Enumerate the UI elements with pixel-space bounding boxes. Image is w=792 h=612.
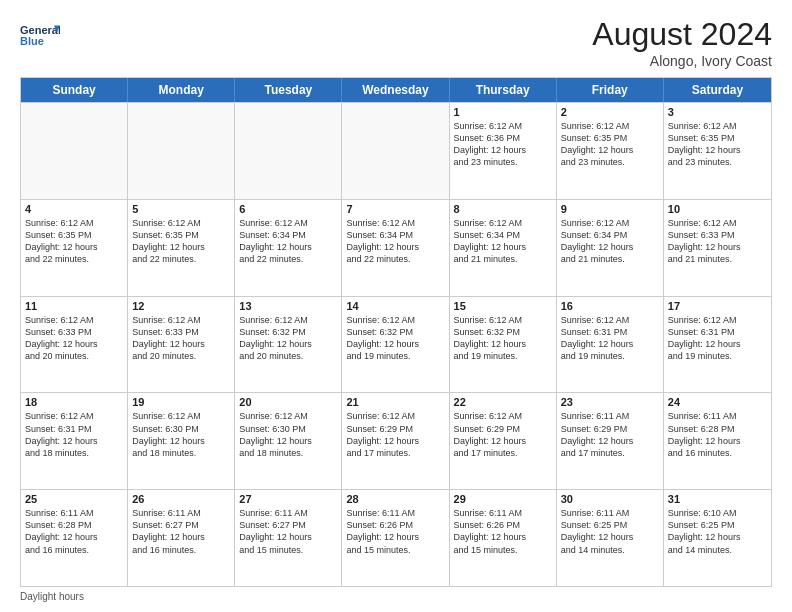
day-number-24: 24: [668, 396, 767, 408]
day-info-25: Sunrise: 6:11 AM Sunset: 6:28 PM Dayligh…: [25, 507, 123, 556]
day-number-14: 14: [346, 300, 444, 312]
month-year: August 2024: [592, 16, 772, 53]
day-info-13: Sunrise: 6:12 AM Sunset: 6:32 PM Dayligh…: [239, 314, 337, 363]
day-number-31: 31: [668, 493, 767, 505]
day-info-22: Sunrise: 6:12 AM Sunset: 6:29 PM Dayligh…: [454, 410, 552, 459]
day-cell-21: 21Sunrise: 6:12 AM Sunset: 6:29 PM Dayli…: [342, 393, 449, 489]
svg-text:General: General: [20, 24, 60, 36]
day-info-24: Sunrise: 6:11 AM Sunset: 6:28 PM Dayligh…: [668, 410, 767, 459]
day-info-5: Sunrise: 6:12 AM Sunset: 6:35 PM Dayligh…: [132, 217, 230, 266]
day-info-6: Sunrise: 6:12 AM Sunset: 6:34 PM Dayligh…: [239, 217, 337, 266]
header-cell-thursday: Thursday: [450, 78, 557, 102]
day-info-16: Sunrise: 6:12 AM Sunset: 6:31 PM Dayligh…: [561, 314, 659, 363]
day-number-23: 23: [561, 396, 659, 408]
day-cell-12: 12Sunrise: 6:12 AM Sunset: 6:33 PM Dayli…: [128, 297, 235, 393]
day-number-18: 18: [25, 396, 123, 408]
day-number-28: 28: [346, 493, 444, 505]
day-number-12: 12: [132, 300, 230, 312]
calendar-row-1: 1Sunrise: 6:12 AM Sunset: 6:36 PM Daylig…: [21, 102, 771, 199]
day-cell-19: 19Sunrise: 6:12 AM Sunset: 6:30 PM Dayli…: [128, 393, 235, 489]
day-info-1: Sunrise: 6:12 AM Sunset: 6:36 PM Dayligh…: [454, 120, 552, 169]
day-info-29: Sunrise: 6:11 AM Sunset: 6:26 PM Dayligh…: [454, 507, 552, 556]
calendar-row-2: 4Sunrise: 6:12 AM Sunset: 6:35 PM Daylig…: [21, 199, 771, 296]
day-number-21: 21: [346, 396, 444, 408]
day-number-3: 3: [668, 106, 767, 118]
day-number-9: 9: [561, 203, 659, 215]
day-cell-3: 3Sunrise: 6:12 AM Sunset: 6:35 PM Daylig…: [664, 103, 771, 199]
day-cell-17: 17Sunrise: 6:12 AM Sunset: 6:31 PM Dayli…: [664, 297, 771, 393]
day-cell-31: 31Sunrise: 6:10 AM Sunset: 6:25 PM Dayli…: [664, 490, 771, 586]
day-info-12: Sunrise: 6:12 AM Sunset: 6:33 PM Dayligh…: [132, 314, 230, 363]
day-cell-empty: [235, 103, 342, 199]
day-cell-2: 2Sunrise: 6:12 AM Sunset: 6:35 PM Daylig…: [557, 103, 664, 199]
day-number-22: 22: [454, 396, 552, 408]
header-cell-tuesday: Tuesday: [235, 78, 342, 102]
day-cell-13: 13Sunrise: 6:12 AM Sunset: 6:32 PM Dayli…: [235, 297, 342, 393]
calendar: SundayMondayTuesdayWednesdayThursdayFrid…: [20, 77, 772, 587]
day-cell-30: 30Sunrise: 6:11 AM Sunset: 6:25 PM Dayli…: [557, 490, 664, 586]
day-info-7: Sunrise: 6:12 AM Sunset: 6:34 PM Dayligh…: [346, 217, 444, 266]
calendar-row-3: 11Sunrise: 6:12 AM Sunset: 6:33 PM Dayli…: [21, 296, 771, 393]
day-info-4: Sunrise: 6:12 AM Sunset: 6:35 PM Dayligh…: [25, 217, 123, 266]
day-cell-empty: [342, 103, 449, 199]
day-cell-25: 25Sunrise: 6:11 AM Sunset: 6:28 PM Dayli…: [21, 490, 128, 586]
day-info-17: Sunrise: 6:12 AM Sunset: 6:31 PM Dayligh…: [668, 314, 767, 363]
calendar-row-4: 18Sunrise: 6:12 AM Sunset: 6:31 PM Dayli…: [21, 392, 771, 489]
day-cell-11: 11Sunrise: 6:12 AM Sunset: 6:33 PM Dayli…: [21, 297, 128, 393]
day-cell-4: 4Sunrise: 6:12 AM Sunset: 6:35 PM Daylig…: [21, 200, 128, 296]
day-cell-empty: [128, 103, 235, 199]
day-info-28: Sunrise: 6:11 AM Sunset: 6:26 PM Dayligh…: [346, 507, 444, 556]
day-info-20: Sunrise: 6:12 AM Sunset: 6:30 PM Dayligh…: [239, 410, 337, 459]
day-number-2: 2: [561, 106, 659, 118]
header-cell-sunday: Sunday: [21, 78, 128, 102]
day-info-8: Sunrise: 6:12 AM Sunset: 6:34 PM Dayligh…: [454, 217, 552, 266]
day-info-14: Sunrise: 6:12 AM Sunset: 6:32 PM Dayligh…: [346, 314, 444, 363]
day-number-11: 11: [25, 300, 123, 312]
day-number-5: 5: [132, 203, 230, 215]
day-cell-18: 18Sunrise: 6:12 AM Sunset: 6:31 PM Dayli…: [21, 393, 128, 489]
day-info-26: Sunrise: 6:11 AM Sunset: 6:27 PM Dayligh…: [132, 507, 230, 556]
day-number-26: 26: [132, 493, 230, 505]
day-number-16: 16: [561, 300, 659, 312]
header-cell-friday: Friday: [557, 78, 664, 102]
day-number-10: 10: [668, 203, 767, 215]
footer-note: Daylight hours: [20, 591, 772, 602]
day-cell-10: 10Sunrise: 6:12 AM Sunset: 6:33 PM Dayli…: [664, 200, 771, 296]
day-info-18: Sunrise: 6:12 AM Sunset: 6:31 PM Dayligh…: [25, 410, 123, 459]
day-number-20: 20: [239, 396, 337, 408]
day-cell-20: 20Sunrise: 6:12 AM Sunset: 6:30 PM Dayli…: [235, 393, 342, 489]
header-cell-saturday: Saturday: [664, 78, 771, 102]
day-info-3: Sunrise: 6:12 AM Sunset: 6:35 PM Dayligh…: [668, 120, 767, 169]
day-info-30: Sunrise: 6:11 AM Sunset: 6:25 PM Dayligh…: [561, 507, 659, 556]
day-cell-28: 28Sunrise: 6:11 AM Sunset: 6:26 PM Dayli…: [342, 490, 449, 586]
day-cell-27: 27Sunrise: 6:11 AM Sunset: 6:27 PM Dayli…: [235, 490, 342, 586]
header: GeneralBlue August 2024 Alongo, Ivory Co…: [20, 16, 772, 69]
day-number-7: 7: [346, 203, 444, 215]
svg-text:Blue: Blue: [20, 35, 44, 47]
day-cell-5: 5Sunrise: 6:12 AM Sunset: 6:35 PM Daylig…: [128, 200, 235, 296]
page: GeneralBlue August 2024 Alongo, Ivory Co…: [0, 0, 792, 612]
day-number-13: 13: [239, 300, 337, 312]
calendar-row-5: 25Sunrise: 6:11 AM Sunset: 6:28 PM Dayli…: [21, 489, 771, 586]
day-number-4: 4: [25, 203, 123, 215]
day-info-10: Sunrise: 6:12 AM Sunset: 6:33 PM Dayligh…: [668, 217, 767, 266]
day-cell-23: 23Sunrise: 6:11 AM Sunset: 6:29 PM Dayli…: [557, 393, 664, 489]
day-info-19: Sunrise: 6:12 AM Sunset: 6:30 PM Dayligh…: [132, 410, 230, 459]
day-cell-empty: [21, 103, 128, 199]
location: Alongo, Ivory Coast: [592, 53, 772, 69]
day-number-25: 25: [25, 493, 123, 505]
day-number-17: 17: [668, 300, 767, 312]
day-number-27: 27: [239, 493, 337, 505]
day-info-11: Sunrise: 6:12 AM Sunset: 6:33 PM Dayligh…: [25, 314, 123, 363]
day-number-15: 15: [454, 300, 552, 312]
day-cell-16: 16Sunrise: 6:12 AM Sunset: 6:31 PM Dayli…: [557, 297, 664, 393]
day-cell-14: 14Sunrise: 6:12 AM Sunset: 6:32 PM Dayli…: [342, 297, 449, 393]
day-cell-24: 24Sunrise: 6:11 AM Sunset: 6:28 PM Dayli…: [664, 393, 771, 489]
logo-icon: GeneralBlue: [20, 16, 60, 54]
day-info-21: Sunrise: 6:12 AM Sunset: 6:29 PM Dayligh…: [346, 410, 444, 459]
day-cell-8: 8Sunrise: 6:12 AM Sunset: 6:34 PM Daylig…: [450, 200, 557, 296]
day-cell-7: 7Sunrise: 6:12 AM Sunset: 6:34 PM Daylig…: [342, 200, 449, 296]
day-cell-26: 26Sunrise: 6:11 AM Sunset: 6:27 PM Dayli…: [128, 490, 235, 586]
day-info-2: Sunrise: 6:12 AM Sunset: 6:35 PM Dayligh…: [561, 120, 659, 169]
calendar-header-row: SundayMondayTuesdayWednesdayThursdayFrid…: [21, 78, 771, 102]
